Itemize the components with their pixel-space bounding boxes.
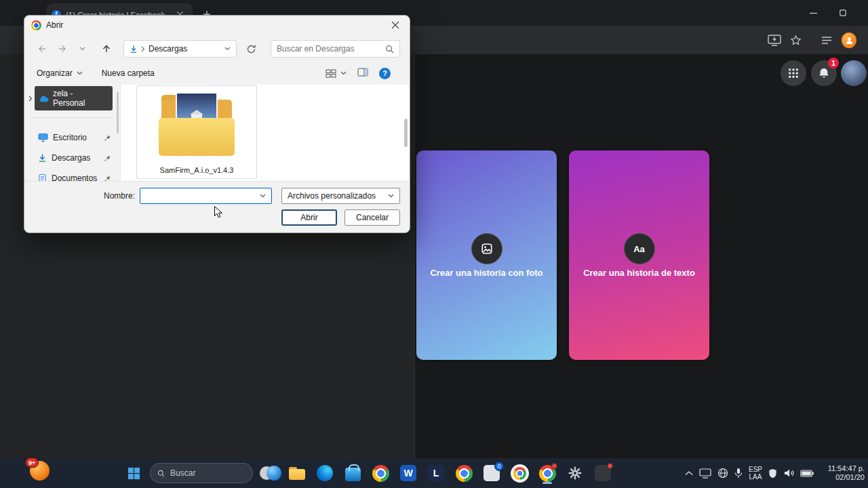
active-app-indicator bbox=[542, 482, 552, 484]
window-minimize-button[interactable] bbox=[806, 5, 821, 20]
edge-icon bbox=[317, 465, 333, 481]
microphone-tray-button[interactable] bbox=[734, 468, 743, 479]
cast-tray-button[interactable] bbox=[699, 468, 711, 479]
create-photo-story-card[interactable]: Crear una historia con foto bbox=[416, 150, 557, 360]
file-tile[interactable]: SamFirm_A.i.o_v1.4.3 bbox=[136, 85, 257, 179]
l-app-icon: L bbox=[428, 465, 444, 481]
file-name: SamFirm_A.i.o_v1.4.3 bbox=[137, 166, 256, 174]
battery-icon[interactable] bbox=[800, 470, 814, 477]
apps-grid-button[interactable] bbox=[781, 60, 806, 86]
notification-badge: 1 bbox=[828, 58, 839, 68]
breadcrumb-location[interactable]: Descargas bbox=[149, 44, 221, 54]
new-folder-label: Nueva carpeta bbox=[102, 68, 155, 78]
store-button[interactable] bbox=[341, 462, 364, 485]
tree-expander-icon[interactable] bbox=[28, 96, 33, 102]
help-button[interactable]: ? bbox=[379, 68, 391, 79]
dialog-sidebar: zela - Personal Escritorio Descargas bbox=[24, 85, 119, 181]
chrome-button-2[interactable] bbox=[452, 462, 475, 485]
preview-pane-button[interactable] bbox=[357, 68, 368, 79]
sidebar-item-documents[interactable]: Documentos bbox=[38, 170, 118, 181]
dark-app-button[interactable] bbox=[591, 462, 614, 485]
keyboard-layout: LAA bbox=[749, 473, 762, 481]
filename-combobox[interactable] bbox=[140, 188, 272, 204]
sidebar-desktop-label: Escritorio bbox=[53, 133, 87, 142]
new-folder-button[interactable]: Nueva carpeta bbox=[102, 68, 155, 78]
chrome-icon bbox=[456, 465, 473, 482]
pin-icon bbox=[104, 134, 111, 142]
badged-app-button[interactable]: 0 bbox=[480, 462, 503, 485]
corner-notification-badge: 9+ bbox=[25, 458, 39, 468]
chevron-down-icon[interactable] bbox=[260, 194, 266, 198]
store-icon bbox=[345, 468, 361, 481]
notification-dot bbox=[607, 463, 613, 469]
window-maximize-button[interactable] bbox=[835, 5, 850, 20]
command-bar-right: ? bbox=[326, 68, 397, 79]
language-code: ESP bbox=[749, 466, 762, 473]
bell-icon bbox=[818, 67, 830, 79]
corner-app-button[interactable]: 9+ bbox=[30, 461, 50, 481]
word-button[interactable]: W bbox=[397, 462, 420, 485]
chrome-icon bbox=[372, 465, 389, 482]
notifications-button[interactable]: 1 bbox=[811, 60, 837, 86]
chrome-button-active[interactable] bbox=[536, 462, 559, 485]
sidebar-scrollbar[interactable] bbox=[117, 92, 119, 134]
volume-button[interactable] bbox=[783, 468, 794, 478]
filename-input[interactable] bbox=[146, 191, 257, 201]
language-indicator[interactable]: ESP LAA bbox=[749, 466, 762, 481]
widgets-button[interactable] bbox=[258, 463, 281, 483]
fb-profile-avatar[interactable] bbox=[841, 60, 867, 86]
pin-icon bbox=[104, 155, 111, 162]
dialog-titlebar[interactable]: Abrir bbox=[24, 16, 410, 35]
widget-globe-icon bbox=[267, 466, 281, 481]
browser-profile-avatar[interactable] bbox=[842, 33, 856, 47]
edge-button[interactable] bbox=[313, 462, 336, 485]
sidebar-documents-label: Documentos bbox=[52, 174, 97, 181]
cancel-button[interactable]: Cancelar bbox=[344, 209, 400, 226]
recent-locations-chevron-icon[interactable] bbox=[77, 41, 87, 56]
address-chevron-down-icon[interactable] bbox=[224, 47, 231, 51]
photo-story-icon bbox=[471, 233, 502, 264]
chrome-button-3[interactable] bbox=[508, 462, 531, 485]
sidebar-downloads-label: Descargas bbox=[52, 153, 90, 163]
network-globe-button[interactable] bbox=[717, 468, 728, 479]
view-options-button[interactable] bbox=[326, 68, 347, 78]
taskbar-search-input[interactable] bbox=[170, 468, 245, 478]
search-icon bbox=[157, 469, 165, 478]
taskbar-search[interactable] bbox=[150, 463, 253, 483]
filetype-combobox[interactable]: Archivos personalizados bbox=[281, 188, 400, 204]
dialog-search-box[interactable] bbox=[271, 40, 400, 58]
file-list-scrollbar[interactable] bbox=[404, 119, 408, 147]
shield-tray-button[interactable] bbox=[768, 468, 777, 479]
dialog-close-button[interactable] bbox=[385, 18, 406, 33]
dialog-search-input[interactable] bbox=[277, 44, 382, 54]
address-bar[interactable]: Descargas bbox=[123, 40, 237, 58]
back-button[interactable] bbox=[34, 41, 49, 56]
chrome-logo-icon bbox=[31, 20, 41, 30]
tray-chevron-up-button[interactable] bbox=[685, 471, 693, 476]
sidebar-item-desktop[interactable]: Escritorio bbox=[38, 129, 118, 146]
clock[interactable]: 11:54:47 p. 02/01/20 bbox=[820, 464, 865, 482]
system-tray: ESP LAA 11:54:47 p. 02/01/20 bbox=[685, 458, 868, 488]
close-icon bbox=[391, 21, 399, 29]
documents-icon bbox=[38, 174, 47, 181]
filetype-value: Archivos personalizados bbox=[288, 191, 385, 201]
sidebar-item-downloads[interactable]: Descargas bbox=[38, 150, 118, 166]
tray-date: 02/01/20 bbox=[820, 473, 865, 482]
organize-button[interactable]: Organizar bbox=[37, 68, 83, 78]
desktop-icon bbox=[38, 133, 48, 142]
chrome-button-1[interactable] bbox=[369, 462, 392, 485]
up-button[interactable] bbox=[99, 41, 114, 56]
open-button[interactable]: Abrir bbox=[281, 209, 337, 226]
refresh-button[interactable] bbox=[243, 41, 258, 56]
sidebar-item-onedrive[interactable]: zela - Personal bbox=[28, 90, 113, 106]
cast-icon[interactable] bbox=[767, 33, 782, 47]
start-button[interactable] bbox=[122, 462, 145, 485]
bookmark-star-icon[interactable] bbox=[788, 33, 803, 47]
settings-button[interactable] bbox=[564, 462, 587, 485]
file-explorer-button[interactable] bbox=[285, 462, 309, 485]
file-list-area: SamFirm_A.i.o_v1.4.3 bbox=[120, 85, 409, 181]
create-text-story-card[interactable]: Aa Crear una historia de texto bbox=[569, 150, 709, 360]
forward-button[interactable] bbox=[56, 41, 71, 56]
browser-menu-lines-icon[interactable] bbox=[819, 33, 834, 47]
l-app-button[interactable]: L bbox=[425, 462, 448, 485]
